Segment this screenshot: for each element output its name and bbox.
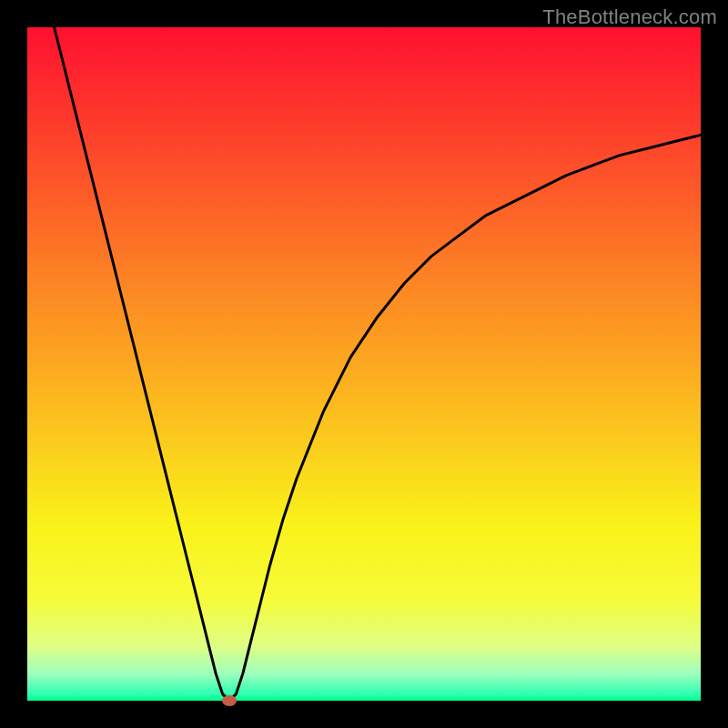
curve-svg	[27, 27, 701, 701]
bottleneck-curve	[55, 27, 701, 701]
minimum-marker	[222, 695, 237, 706]
chart-frame: TheBottleneck.com	[0, 0, 728, 728]
plot-area	[27, 27, 701, 701]
watermark-text: TheBottleneck.com	[542, 5, 717, 29]
